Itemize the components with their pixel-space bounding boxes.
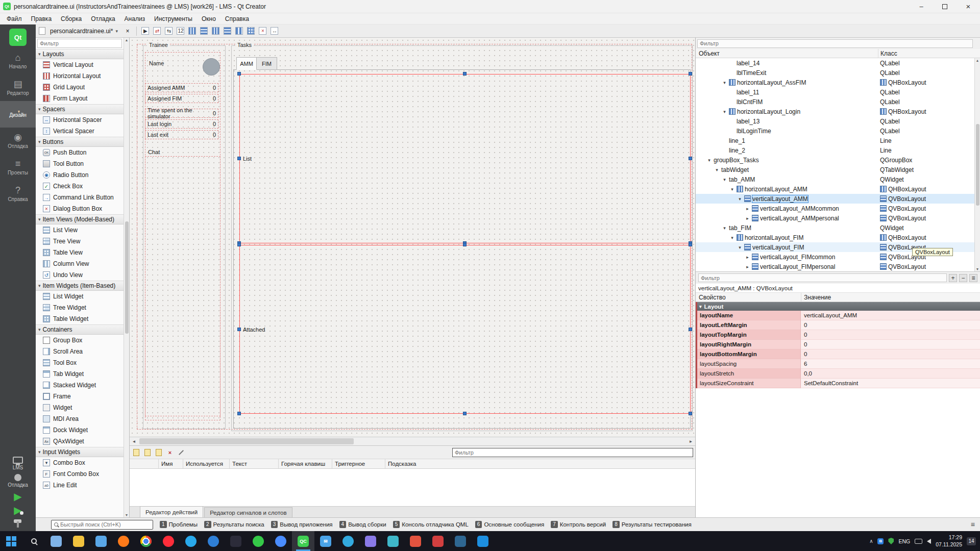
scroll-up-icon[interactable]: ▲ [976, 59, 979, 62]
widget-category[interactable]: ▾Input Widgets [36, 447, 124, 457]
property-row[interactable]: layoutSizeConstraintSetDefaultConstraint [697, 379, 980, 388]
layout-vertically-button[interactable] [199, 26, 209, 36]
property-settings-button[interactable]: ≡ [969, 274, 977, 282]
property-filter-input[interactable] [698, 273, 947, 282]
menu-item[interactable]: Файл [2, 14, 27, 23]
output-pane-button[interactable]: 2Результаты поиска [204, 521, 264, 528]
selection-handle[interactable] [463, 412, 467, 415]
object-tree-row[interactable]: label_13QLabel [696, 116, 980, 126]
menu-item[interactable]: Сборка [56, 14, 86, 23]
object-filter-input[interactable] [697, 39, 973, 48]
selection-handle[interactable] [689, 243, 692, 246]
mode-projects[interactable]: ≡Проекты [0, 154, 36, 181]
action-column-header[interactable]: Используется [183, 459, 229, 468]
mail-taskbar-icon[interactable]: ✉ [314, 531, 337, 551]
run-button[interactable]: ▶ [14, 491, 21, 502]
tree-expand-icon[interactable]: ▸ [745, 216, 750, 221]
widget-item[interactable]: Tree Widget [36, 302, 124, 313]
build-config-selector[interactable]: Отладка [8, 474, 28, 488]
layout-splitter-vertical-button[interactable] [223, 26, 233, 36]
tree-expand-icon[interactable]: ▾ [737, 196, 743, 202]
trainee-field-row[interactable]: Time spent on the simulator0 [145, 109, 218, 118]
widget-item[interactable]: Table View [36, 247, 124, 258]
edit-widgets-button[interactable]: ▶ [140, 26, 151, 36]
quick-search-input[interactable] [60, 521, 150, 528]
object-tree-row[interactable]: label_11QLabel [696, 87, 980, 97]
widget-item[interactable]: FFont Combo Box [36, 468, 124, 480]
mode-home[interactable]: ⌂Начало [0, 48, 36, 74]
action-column-header[interactable]: Имя [158, 459, 183, 468]
mode-debug[interactable]: ◉Отладка [0, 128, 36, 154]
layout-grid-button[interactable] [246, 26, 256, 36]
object-tree-row[interactable]: line_1Line [696, 136, 980, 145]
action-column-header[interactable]: Триггерное [332, 459, 385, 468]
bluetooth-icon[interactable]: B [877, 538, 884, 544]
copy-action-button[interactable] [154, 448, 163, 457]
output-pane-button[interactable]: 4Вывод сборки [339, 521, 386, 528]
property-value[interactable]: 0 [801, 330, 980, 340]
build-button[interactable] [13, 519, 23, 528]
tree-expand-icon[interactable]: ▸ [745, 255, 750, 260]
widget-item[interactable]: Form Layout [36, 93, 124, 104]
widget-item[interactable]: ✓Check Box [36, 181, 124, 192]
adjust-size-button[interactable]: ↔ [270, 26, 280, 36]
edit-tab-order-button[interactable]: 12 [176, 26, 186, 36]
property-value[interactable]: 0 [801, 320, 980, 330]
run-debug-button[interactable]: ▶ [14, 505, 21, 515]
object-tree-row[interactable]: ▾horizontalLayout_FIMQHBoxLayout [696, 233, 980, 242]
widget-item[interactable]: Stacked Widget [36, 380, 124, 391]
property-value[interactable]: 0 [801, 349, 980, 359]
widget-item[interactable]: →Command Link Button [36, 192, 124, 203]
defender-taskbar-icon[interactable] [427, 531, 449, 551]
notification-badge[interactable]: 14 [967, 537, 976, 545]
object-tree-row[interactable]: ▾horizontalLayout_AMMQHBoxLayout [696, 184, 980, 194]
object-tree-row[interactable]: lblCntFIMQLabel [696, 97, 980, 107]
volume-icon[interactable] [927, 539, 931, 544]
widget-item[interactable]: OKPush Button [36, 147, 124, 158]
configure-actions-button[interactable] [177, 448, 186, 457]
menu-item[interactable]: Правка [27, 14, 57, 23]
edge-taskbar-icon[interactable] [202, 531, 225, 551]
widget-item[interactable]: Dock Widget [36, 424, 124, 436]
selection-handle[interactable] [689, 412, 692, 415]
trainee-field-row[interactable]: Assigned AMM0 [145, 83, 218, 92]
docker-taskbar-icon[interactable] [472, 531, 494, 551]
object-tree-row[interactable]: ▾tab_AMMQWidget [696, 174, 980, 184]
class-column-header[interactable]: Класс [878, 49, 980, 58]
selection-handle[interactable] [689, 72, 692, 76]
value-column-header[interactable]: Значение [801, 293, 980, 302]
object-tree-row[interactable]: ▾horizontalLayout_LoginQHBoxLayout [696, 107, 980, 116]
scroll-right-icon[interactable]: ► [687, 437, 695, 445]
trainee-field-row[interactable]: Assigned FIM0 [145, 94, 218, 103]
output-pane-button[interactable]: 1Проблемы [160, 521, 198, 528]
property-row[interactable]: layoutTopMargin0 [697, 330, 980, 340]
widget-item[interactable]: Grid Layout [36, 82, 124, 93]
camera-taskbar-icon[interactable] [359, 531, 382, 551]
list-label[interactable]: List [243, 156, 252, 162]
widget-item[interactable]: Scroll Area [36, 346, 124, 357]
menu-item[interactable]: Инструменты [150, 14, 197, 23]
tree-expand-icon[interactable]: ▾ [729, 235, 735, 240]
open-document-selector[interactable]: personalcardtrainee.ui* ▾ [47, 27, 121, 36]
object-tree-row[interactable]: label_14QLabel [696, 58, 980, 68]
menu-item[interactable]: Анализ [120, 14, 150, 23]
selection-handle[interactable] [237, 328, 241, 331]
widget-item[interactable]: AxQAxWidget [36, 436, 124, 447]
tree-expand-icon[interactable]: ▸ [745, 206, 750, 211]
output-pane-button[interactable]: 3Вывод приложения [271, 521, 333, 528]
selection-handle[interactable] [689, 328, 692, 331]
widget-item[interactable]: Group Box [36, 335, 124, 346]
chat-label[interactable]: Chat [148, 149, 160, 155]
action-column-header[interactable]: Подсказка [385, 459, 695, 468]
tree-expand-icon[interactable]: ▾ [737, 245, 743, 250]
delete-action-button[interactable]: × [165, 448, 175, 457]
widget-item[interactable]: abLine Edit [36, 480, 124, 491]
object-tree-row[interactable]: line_2Line [696, 145, 980, 155]
property-row[interactable]: layoutLeftMargin0 [697, 320, 980, 330]
mode-design[interactable]: Дизайн [0, 101, 36, 128]
property-row[interactable]: layoutNameverticalLayout_AMM [697, 311, 980, 320]
action-column-header[interactable]: Горячая клавиш [278, 459, 332, 468]
action-table-body[interactable] [130, 469, 695, 506]
property-row[interactable]: layoutRightMargin0 [697, 340, 980, 349]
widget-item[interactable]: Tree View [36, 236, 124, 247]
